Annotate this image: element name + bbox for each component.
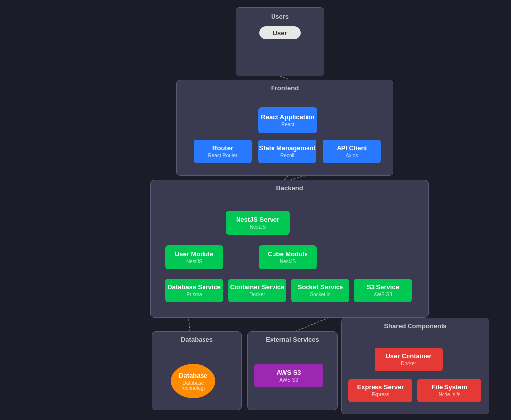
aws-s3-node[interactable]: AWS S3 AWS S3 <box>254 364 323 387</box>
container-service-node[interactable]: Container Service Docker <box>228 279 286 302</box>
users-container: Users User <box>236 7 324 76</box>
user-pill: User <box>259 26 301 39</box>
file-system-node[interactable]: File System Node.js fs <box>417 379 481 402</box>
nestjs-server-node[interactable]: NestJS Server NestJS <box>226 211 290 235</box>
backend-title: Backend <box>151 180 428 195</box>
database-service-node[interactable]: Database Service Prisma <box>165 279 223 302</box>
express-server-node[interactable]: Express Server Express <box>348 379 412 402</box>
react-app-node[interactable]: React Application React <box>258 107 317 133</box>
external-services-title: External Services <box>248 332 337 346</box>
user-container-node[interactable]: User Container Docker <box>375 348 443 371</box>
shared-components-title: Shared Components <box>342 318 489 333</box>
cube-module-node[interactable]: Cube Module NestJS <box>259 245 317 269</box>
frontend-title: Frontend <box>177 80 393 95</box>
user-module-node[interactable]: User Module NestJS <box>165 245 223 269</box>
diagram-canvas: Users User Frontend React Application Re… <box>0 0 511 420</box>
database-node[interactable]: Database Database Technology <box>171 364 215 398</box>
svg-line-0 <box>280 76 290 80</box>
state-management-node[interactable]: State Management Recoil <box>258 140 316 163</box>
users-title: Users <box>271 13 289 20</box>
databases-title: Databases <box>152 332 241 346</box>
s3-service-node[interactable]: S3 Service AWS S3 <box>354 279 412 302</box>
router-node[interactable]: Router React Router <box>194 140 252 163</box>
socket-service-node[interactable]: Socket Service Socket.io <box>291 279 349 302</box>
api-client-node[interactable]: API Client Axios <box>323 140 381 163</box>
